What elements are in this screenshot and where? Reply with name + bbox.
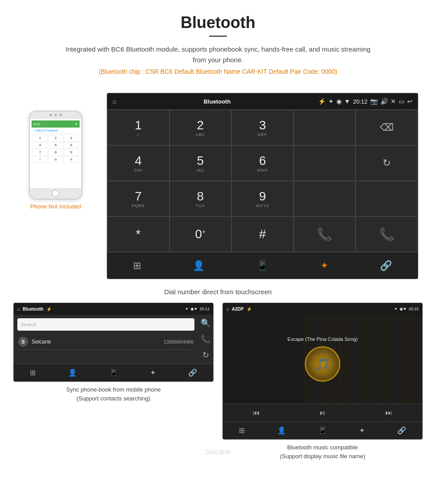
dial-key-8[interactable]: 8 TUV	[170, 181, 232, 216]
pb-search-icon[interactable]: 🔍	[201, 318, 210, 328]
phonebook-status-bar: ⌂ Bluetooth ⚡ ✦ ◉▼ 20:11	[14, 303, 213, 315]
next-button[interactable]: ⏭	[385, 409, 392, 417]
link-icon[interactable]: 🔗	[380, 260, 392, 272]
close-icon: ✕	[391, 98, 396, 105]
page-header: Bluetooth Integrated with BC6 Bluetooth …	[0, 0, 436, 88]
dial-key-4[interactable]: 4 GHI	[107, 145, 170, 181]
dial-key-7[interactable]: 7 PQRS	[107, 181, 170, 216]
dial-display-empty	[294, 110, 356, 145]
a2dp-nav-grid[interactable]: ⊞	[239, 426, 245, 435]
contact-phone: 13566664466	[164, 339, 194, 344]
dial-backspace-button[interactable]: ⌫	[355, 110, 418, 145]
a2dp-content: Escape (The Pina Colada Song) 🎵	[223, 315, 422, 404]
play-pause-button[interactable]: ⏯	[319, 409, 326, 417]
a2dp-screen-wrap: ⌂ A2DP ⚡ ✦ ◉▼ 20:15 Escape (The Pina Col…	[222, 303, 423, 460]
dialer-status-bar: ⌂ Bluetooth ⚡ ✦ ◉ ▼ 20:12 📷 🔊 ✕ ▭ ↩	[107, 93, 418, 109]
bt-info: (Bluetooth chip : CSR BC6 Default Blueto…	[9, 68, 427, 75]
back-icon: ↩	[407, 98, 412, 105]
bt-icon: ✦	[328, 98, 334, 105]
bt-nav-icon[interactable]: ✦	[320, 260, 328, 272]
call-button[interactable]: 📞	[294, 216, 356, 252]
end-call-button[interactable]: 📞	[355, 216, 418, 252]
dialer-screen-title: Bluetooth	[204, 98, 231, 105]
music-controls: ⏮ ⏯ ⏭	[223, 404, 422, 421]
pb-nav-link[interactable]: 🔗	[188, 368, 197, 377]
a2dp-home-icon: ⌂	[226, 307, 229, 312]
a2dp-bottom-nav: ⊞ 👤 📱 ✦ 🔗	[223, 421, 422, 439]
grid-icon[interactable]: ⊞	[133, 260, 141, 272]
dial-empty-2	[294, 145, 356, 181]
page-title: Bluetooth	[9, 13, 427, 32]
pb-usb-icon: ⚡	[46, 307, 52, 312]
pb-nav-grid[interactable]: ⊞	[30, 368, 36, 377]
search-bar[interactable]: Search	[17, 318, 194, 331]
prev-button[interactable]: ⏮	[253, 409, 260, 417]
dial-refresh-button[interactable]: ↻	[355, 145, 418, 181]
phonebook-caption: Sync phone-book from mobile phone (Suppo…	[66, 385, 161, 403]
contact-row: S Seicane 13566664466	[17, 334, 194, 350]
pb-nav-contacts[interactable]: 👤	[68, 368, 77, 377]
call-red-icon: 📞	[379, 227, 395, 242]
pb-nav-phone[interactable]: 📱	[109, 368, 118, 377]
pb-nav-bt[interactable]: ✦	[150, 368, 156, 377]
dial-key-star[interactable]: *	[107, 216, 170, 252]
main-caption: Dial number direct from touchscreen	[0, 288, 436, 296]
pb-time: 20:11	[199, 307, 210, 311]
dial-key-hash[interactable]: #	[231, 216, 294, 252]
pb-signal: ◉▼	[190, 307, 198, 311]
dial-empty-4	[355, 181, 418, 216]
contacts-icon[interactable]: 👤	[193, 260, 205, 272]
contact-name: Seicane	[32, 339, 160, 345]
title-divider	[209, 36, 227, 37]
a2dp-signal: ◉▼	[400, 307, 407, 311]
dial-key-5[interactable]: 5 JKL	[170, 145, 232, 181]
a2dp-bt-icon: ✦	[394, 307, 398, 311]
status-time: 20:12	[353, 98, 367, 105]
dialer-bottom-nav: ⊞ 👤 📱 ✦ 🔗	[107, 252, 418, 279]
phone-image: M:20 ▼ + Add to Contacts 123 456 789 *0#	[29, 111, 82, 200]
dial-key-1[interactable]: 1 ⌂	[107, 110, 170, 145]
phonebook-bottom-nav: ⊞ 👤 📱 ✦ 🔗	[14, 364, 213, 381]
volume-icon: 🔊	[380, 98, 388, 105]
bottom-screens-container: ⌂ Bluetooth ⚡ ✦ ◉▼ 20:11 Search	[0, 303, 436, 460]
pb-phone-icon[interactable]: 📞	[201, 334, 210, 344]
subtitle: Integrated with BC6 Bluetooth module, su…	[62, 44, 374, 65]
home-icon: ⌂	[113, 98, 116, 105]
dial-key-2[interactable]: 2 ABC	[170, 110, 232, 145]
bottom-screens: ⌂ Bluetooth ⚡ ✦ ◉▼ 20:11 Search	[0, 303, 436, 460]
a2dp-status-bar: ⌂ A2DP ⚡ ✦ ◉▼ 20:15	[223, 303, 422, 315]
search-placeholder: Search	[21, 322, 36, 327]
window-icon: ▭	[399, 98, 404, 105]
phone-icon[interactable]: 📱	[256, 260, 268, 272]
a2dp-time: 20:15	[408, 307, 419, 311]
a2dp-nav-bt[interactable]: ✦	[359, 426, 365, 435]
main-section: M:20 ▼ + Add to Contacts 123 456 789 *0#…	[0, 88, 436, 284]
contact-initial: S	[21, 339, 24, 344]
pb-bt-icon: ✦	[185, 307, 189, 311]
a2dp-nav-contacts[interactable]: 👤	[277, 426, 286, 435]
phonebook-main-area: Search S Seicane 13566664466	[14, 315, 198, 364]
dialer-screen: ⌂ Bluetooth ⚡ ✦ ◉ ▼ 20:12 📷 🔊 ✕ ▭ ↩ 1 ⌂	[107, 93, 418, 279]
dial-key-9[interactable]: 9 WXYZ	[231, 181, 294, 216]
backspace-icon: ⌫	[380, 122, 394, 133]
dial-key-3[interactable]: 3 DEF	[231, 110, 294, 145]
phonebook-screen: ⌂ Bluetooth ⚡ ✦ ◉▼ 20:11 Search	[13, 303, 214, 382]
refresh-icon: ↻	[383, 157, 391, 169]
bt-music-icon: 🎵	[315, 357, 330, 371]
a2dp-screen: ⌂ A2DP ⚡ ✦ ◉▼ 20:15 Escape (The Pina Col…	[222, 303, 423, 440]
camera-icon: 📷	[370, 98, 378, 105]
dial-key-6[interactable]: 6 MNO	[231, 145, 294, 181]
pb-home-icon: ⌂	[17, 307, 20, 312]
a2dp-caption: Bluetooth music compatible (Support disp…	[280, 443, 365, 460]
usb-icon: ⚡	[318, 98, 326, 105]
pb-refresh-icon[interactable]: ↻	[202, 350, 209, 360]
a2dp-nav-phone[interactable]: 📱	[318, 426, 327, 435]
album-art: 🎵	[305, 346, 340, 382]
a2dp-nav-link[interactable]: 🔗	[397, 426, 406, 435]
phone-side: M:20 ▼ + Add to Contacts 123 456 789 *0#…	[18, 111, 93, 210]
pb-screen-title: Bluetooth	[23, 307, 44, 312]
dial-key-0[interactable]: 0+	[170, 216, 232, 252]
phonebook-screen-wrap: ⌂ Bluetooth ⚡ ✦ ◉▼ 20:11 Search	[13, 303, 214, 460]
dialer-grid: 1 ⌂ 2 ABC 3 DEF ⌫ 4 GHI 5 JKL	[107, 109, 418, 252]
phone-not-included-label: Phone Not Included	[30, 203, 81, 210]
